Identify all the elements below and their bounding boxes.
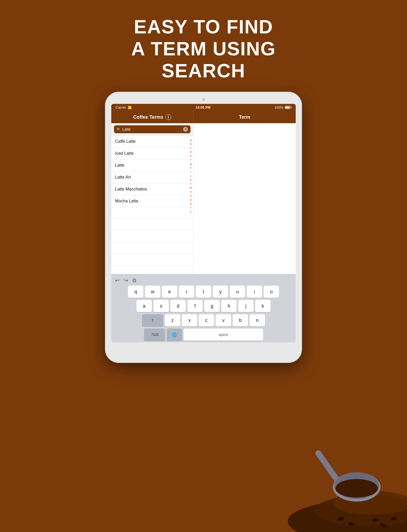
- list-item[interactable]: Iced Latte: [111, 148, 193, 159]
- alpha-letter-s[interactable]: s: [188, 210, 193, 214]
- svg-point-0: [288, 500, 407, 532]
- key-row-4: .?123 🌐 space: [113, 329, 294, 341]
- key-w[interactable]: w: [145, 286, 160, 298]
- nav-title: Coffee Terms: [133, 114, 163, 120]
- keyboard-area[interactable]: ↩ ↪ ⧉ q w e r t y u i o: [111, 274, 296, 342]
- list-item[interactable]: Caffè Latte: [111, 136, 193, 148]
- alpha-letter-f[interactable]: f: [188, 158, 193, 162]
- key-s[interactable]: s: [153, 300, 169, 312]
- key-b[interactable]: b: [233, 314, 248, 326]
- key-x[interactable]: x: [182, 314, 197, 326]
- search-bar[interactable]: 🔍 Latte ✕: [111, 123, 193, 136]
- key-t[interactable]: t: [196, 286, 211, 298]
- alpha-letter-i[interactable]: i: [188, 170, 193, 174]
- ipad-screen: Carrier 📶 10:05 PM 100%: [111, 104, 296, 342]
- key-o[interactable]: o: [264, 286, 279, 298]
- keyboard-rows: q w e r t y u i o a s d: [113, 286, 294, 341]
- svg-point-6: [335, 479, 378, 498]
- redo-button[interactable]: ↪: [124, 277, 128, 283]
- alpha-letter-q[interactable]: q: [188, 202, 193, 206]
- alpha-letter-r[interactable]: r: [188, 206, 193, 210]
- clear-search-button[interactable]: ✕: [183, 127, 188, 132]
- list-item-empty: [111, 219, 193, 230]
- alpha-letter-o[interactable]: o: [188, 194, 193, 198]
- alpha-index[interactable]: abcdefghijklmnopqrs: [188, 136, 193, 274]
- left-panel: 🔍 Latte ✕ Caffè Latte Iced Latte Latte L…: [111, 123, 193, 274]
- alpha-letter-d[interactable]: d: [188, 150, 193, 154]
- alpha-letter-n[interactable]: n: [188, 190, 193, 194]
- status-time: 10:05 PM: [196, 105, 210, 109]
- alpha-letter-c[interactable]: c: [188, 146, 193, 150]
- key-numbers[interactable]: .?123: [144, 329, 165, 341]
- key-space[interactable]: space: [184, 329, 263, 341]
- ipad-camera: [202, 98, 205, 101]
- status-right: 100%: [275, 105, 291, 109]
- svg-point-1: [314, 495, 407, 527]
- list-item[interactable]: Latte Art: [111, 171, 193, 183]
- battery-icon: [285, 106, 291, 109]
- key-c[interactable]: c: [199, 314, 214, 326]
- battery-percent: 100%: [275, 105, 283, 109]
- key-n[interactable]: n: [250, 314, 265, 326]
- paste-button[interactable]: ⧉: [132, 277, 136, 283]
- search-value[interactable]: Latte: [122, 127, 182, 131]
- alpha-letter-j[interactable]: j: [188, 174, 193, 178]
- ipad-frame: Carrier 📶 10:05 PM 100%: [105, 92, 302, 362]
- key-g[interactable]: g: [204, 300, 220, 312]
- carrier-label: Carrier: [116, 105, 126, 109]
- key-d[interactable]: d: [170, 300, 186, 312]
- alpha-letter-a[interactable]: a: [188, 138, 193, 142]
- list-item-empty: [111, 265, 193, 274]
- nav-right-panel: Term: [193, 111, 296, 123]
- list-item[interactable]: Mocha Latte: [111, 195, 193, 207]
- headline-text: EASY TO FIND A TERM USING SEARCH: [0, 16, 407, 82]
- key-u[interactable]: u: [230, 286, 245, 298]
- key-f[interactable]: f: [187, 300, 203, 312]
- headline-section: EASY TO FIND A TERM USING SEARCH: [0, 0, 407, 92]
- svg-point-2: [333, 491, 407, 515]
- list-item[interactable]: Latte Macchiatos: [111, 183, 193, 195]
- list-item-empty: [111, 207, 193, 219]
- alpha-letter-h[interactable]: h: [188, 166, 193, 170]
- list-item[interactable]: Latte: [111, 159, 193, 171]
- term-list[interactable]: Caffè Latte Iced Latte Latte Latte Art L…: [111, 136, 193, 274]
- svg-point-4: [333, 472, 381, 502]
- search-icon: 🔍: [117, 127, 121, 131]
- alpha-letter-g[interactable]: g: [188, 162, 193, 166]
- alpha-letter-b[interactable]: b: [188, 142, 193, 146]
- key-j[interactable]: j: [238, 300, 254, 312]
- key-k[interactable]: k: [255, 300, 271, 312]
- nav-right-title: Term: [239, 114, 250, 120]
- key-row-1: q w e r t y u i o: [113, 286, 294, 298]
- key-i[interactable]: i: [247, 286, 262, 298]
- alpha-letter-l[interactable]: l: [188, 182, 193, 186]
- alpha-letter-k[interactable]: k: [188, 178, 193, 182]
- key-row-2: a s d f g h j k: [113, 300, 294, 312]
- key-e[interactable]: e: [162, 286, 177, 298]
- search-input-wrapper[interactable]: 🔍 Latte ✕: [114, 125, 191, 133]
- coffee-decoration: [261, 421, 407, 532]
- alpha-letter-m[interactable]: m: [188, 186, 193, 190]
- svg-rect-3: [314, 449, 350, 496]
- key-h[interactable]: h: [221, 300, 237, 312]
- svg-point-7: [337, 516, 344, 521]
- key-z[interactable]: z: [165, 314, 180, 326]
- status-bar: Carrier 📶 10:05 PM 100%: [111, 104, 296, 111]
- key-globe[interactable]: 🌐: [167, 329, 182, 341]
- alpha-letter-e[interactable]: e: [188, 154, 193, 158]
- key-r[interactable]: r: [179, 286, 194, 298]
- info-label: i: [168, 115, 169, 119]
- key-q[interactable]: q: [128, 286, 143, 298]
- key-a[interactable]: a: [136, 300, 152, 312]
- alpha-letter-p[interactable]: p: [188, 198, 193, 202]
- svg-point-9: [372, 518, 379, 522]
- key-v[interactable]: v: [216, 314, 231, 326]
- undo-button[interactable]: ↩: [115, 277, 120, 283]
- key-y[interactable]: y: [213, 286, 228, 298]
- key-row-3: ⇧ z x c v b n: [113, 314, 294, 326]
- info-icon[interactable]: i: [165, 114, 171, 120]
- svg-point-5: [334, 472, 379, 499]
- nav-left-panel: Coffee Terms i: [111, 111, 193, 123]
- headline-line1: EASY TO FIND: [134, 16, 273, 37]
- key-shift[interactable]: ⇧: [142, 314, 163, 326]
